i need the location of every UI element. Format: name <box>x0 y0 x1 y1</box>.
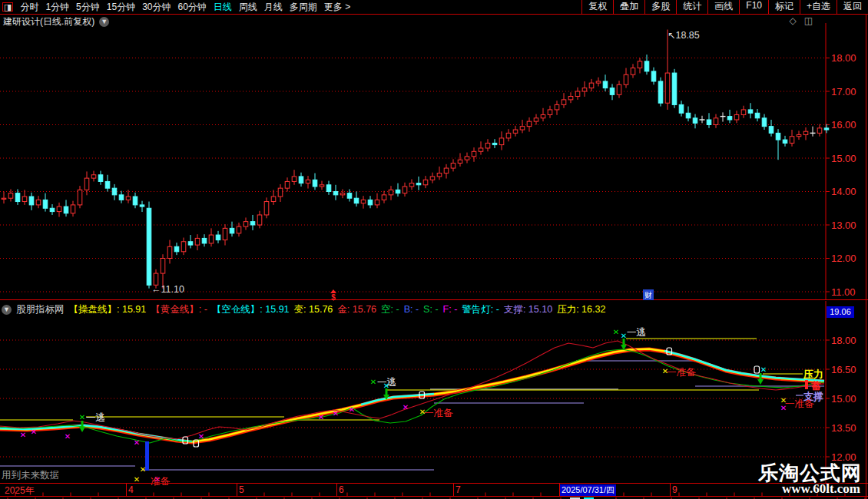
indicator-field: 【黄金线】: - <box>151 303 207 316</box>
candle-up-body <box>506 133 511 138</box>
candle-down-body <box>347 193 352 199</box>
period-tab-分时[interactable]: 分时 <box>20 1 38 14</box>
indicator-field: 金: 15.76 <box>337 303 376 316</box>
candle-up-body <box>409 183 414 187</box>
prepare-signal-label: 一准备 <box>667 367 696 378</box>
candle-up-body <box>306 180 310 183</box>
x-mark-#00ffff: ✕ <box>621 332 627 340</box>
toolbar-button-+自选[interactable]: +自选 <box>800 0 837 15</box>
toolbar-button-叠加[interactable]: 叠加 <box>613 0 644 15</box>
y-axis-label: 17.00 <box>831 86 856 97</box>
period-tab-多周期[interactable]: 多周期 <box>290 1 317 14</box>
candle-up-body <box>71 205 75 213</box>
indicator-max-value: 19.06 <box>827 306 854 318</box>
candle-down-body <box>29 197 34 205</box>
indicator-field: 空: - <box>381 303 399 316</box>
candle-up-body <box>423 180 428 185</box>
candle-up-body <box>734 114 739 120</box>
trading-app-window: 18.0017.0016.0015.0014.0013.0012.0011.00… <box>0 0 868 499</box>
candle-down-body <box>492 143 497 144</box>
x-mark-#ff00ff: ✕ <box>134 438 140 447</box>
candle-up-body <box>237 226 241 233</box>
candle-up-body <box>562 100 566 105</box>
candle-down-body <box>783 140 787 143</box>
candle-down-body <box>50 208 55 211</box>
candle-up-body <box>451 164 456 169</box>
candle-up-body <box>78 190 82 205</box>
period-tab-日线[interactable]: 日线 <box>214 1 232 14</box>
candle-down-body <box>15 193 20 202</box>
indicator-header: ▼ 股朋指标网 【操盘线】: 15.91【黄金线】: -【空仓线】: 15.91… <box>2 303 605 316</box>
period-tab-月线[interactable]: 月线 <box>264 1 283 14</box>
toolbar-button-标记[interactable]: 标记 <box>768 0 800 15</box>
period-tab-5分钟[interactable]: 5分钟 <box>76 1 100 14</box>
x-mark-#ffee00: ✕ <box>134 475 140 484</box>
candle-up-body <box>568 97 573 100</box>
candle-up-body <box>527 121 532 127</box>
candle-down-body <box>216 235 220 240</box>
candle-down-body <box>679 104 684 113</box>
candle-down-body <box>98 175 103 182</box>
candle-up-body <box>472 151 476 157</box>
candle-up-body <box>91 175 96 178</box>
toolbar-button-多股[interactable]: 多股 <box>644 0 676 15</box>
toolbar-button-统计[interactable]: 统计 <box>676 0 707 15</box>
toolbar-button-返回[interactable]: 返回 <box>837 0 868 15</box>
x-mark-#ff00ff: ✕ <box>403 403 409 411</box>
candle-up-body <box>575 91 580 97</box>
x-mark-#00ffff: ✕ <box>760 365 767 374</box>
candle-up-body <box>223 228 227 240</box>
candle-up-body <box>513 130 518 133</box>
indicator-field: 警告灯: - <box>462 303 499 316</box>
candle-down-body <box>188 242 193 245</box>
collapse-chevron-icon[interactable]: ▼ <box>2 305 12 315</box>
candle-up-body <box>320 185 324 187</box>
period-tab-1分钟[interactable]: 1分钟 <box>45 1 69 14</box>
period-tab-15分钟[interactable]: 15分钟 <box>107 1 135 14</box>
indicator-field: 【空仓线】: 15.91 <box>212 303 290 316</box>
candle-down-body <box>326 185 331 192</box>
corner-icons: ◇◫ <box>789 15 813 26</box>
layout-icon[interactable]: ◨ <box>2 2 13 12</box>
y-axis-label: 11.00 <box>831 286 856 298</box>
main-chart-canvas[interactable]: 18.0017.0016.0015.0014.0013.0012.0011.00… <box>0 0 868 499</box>
indicator-field: F: - <box>443 304 458 315</box>
toolbar-button-F10[interactable]: F10 <box>739 0 768 15</box>
period-tabs: ◨ 分时1分钟5分钟15分钟30分钟60分钟日线周线月线多周期更多 > <box>0 1 350 14</box>
indicator-field: B: - <box>404 304 419 315</box>
candle-down-body <box>333 192 338 195</box>
indicator-field: 压力: 16.32 <box>557 303 605 316</box>
candle-down-body <box>368 200 373 205</box>
y-axis-label: 16.00 <box>831 119 856 131</box>
date-axis-year: 2025年 <box>5 484 35 497</box>
candle-up-body <box>195 238 200 245</box>
accumulate-glyph <box>805 380 808 389</box>
toolbar-button-复权[interactable]: 复权 <box>581 0 613 15</box>
chevron-down-icon[interactable]: ▼ <box>99 17 109 27</box>
period-tab-60分钟[interactable]: 60分钟 <box>178 1 207 14</box>
future-data-note: 用到未来数据 <box>2 469 59 482</box>
candle-up-body <box>624 74 628 84</box>
candle-up-body <box>57 207 61 212</box>
candle-up-body <box>340 193 345 195</box>
diamond-icon[interactable]: ◇ <box>789 15 796 26</box>
candle-up-body <box>22 197 27 202</box>
candle-up-body <box>285 181 290 188</box>
period-tab-更多 >[interactable]: 更多 > <box>324 1 350 14</box>
candle-down-body <box>755 113 760 118</box>
toolbar-button-画线[interactable]: 画线 <box>707 0 739 15</box>
escape-signal-label: 一逃 <box>377 377 396 388</box>
split-pane-icon[interactable]: ◫ <box>804 15 813 26</box>
candle-down-body <box>610 88 615 95</box>
y-axis-label: 15.00 <box>831 153 856 164</box>
period-tab-周线[interactable]: 周线 <box>239 1 257 14</box>
cursor-date-badge: 2025/07/31/四 <box>560 484 616 496</box>
indicator-axis-label: 16.50 <box>831 364 856 375</box>
candle-down-body <box>174 246 179 252</box>
candle-down-body <box>396 190 400 193</box>
indicator-source: 股朋指标网 <box>16 303 65 316</box>
candle-up-body <box>582 88 587 91</box>
candle-up-body <box>444 168 449 173</box>
period-tab-30分钟[interactable]: 30分钟 <box>142 1 171 14</box>
x-mark-#00dd00: ✕ <box>79 413 85 421</box>
